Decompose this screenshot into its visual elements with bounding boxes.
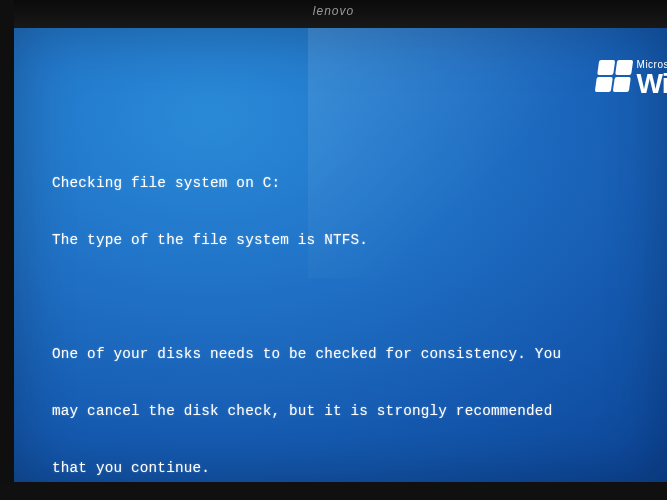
- chkdsk-line-fstype: The type of the file system is NTFS.: [52, 231, 647, 250]
- chkdsk-consistency-1: One of your disks needs to be checked fo…: [52, 345, 647, 364]
- logo-text-bottom: Wi: [637, 70, 667, 98]
- windows-logo: Micros Wi: [597, 60, 667, 98]
- boot-screen: Micros Wi Checking file system on C: The…: [14, 28, 667, 482]
- laptop-brand-logo: lenovo: [313, 4, 354, 18]
- windows-flag-icon: [594, 60, 632, 92]
- chkdsk-consistency-3: that you continue.: [52, 459, 647, 478]
- laptop-bezel-bottom: [0, 482, 667, 500]
- chkdsk-line-check: Checking file system on C:: [52, 174, 647, 193]
- chkdsk-output: Checking file system on C: The type of t…: [52, 136, 647, 482]
- laptop-bezel-left: [0, 0, 14, 500]
- chkdsk-consistency-2: may cancel the disk check, but it is str…: [52, 402, 647, 421]
